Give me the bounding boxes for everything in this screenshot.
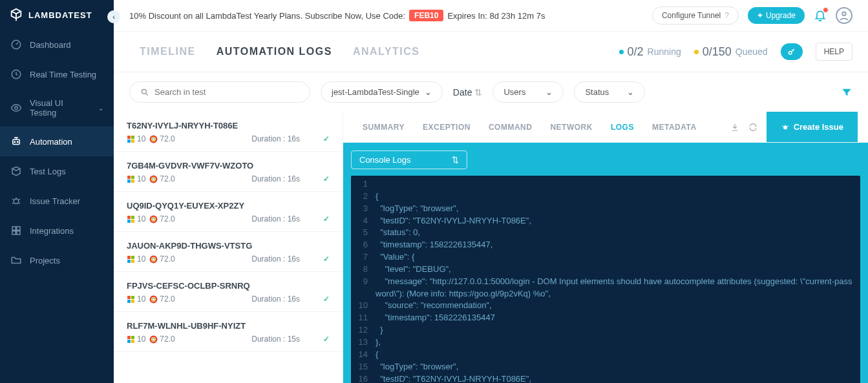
key-icon xyxy=(787,47,796,56)
sidebar-item-automation[interactable]: Automation xyxy=(0,127,114,156)
sidebar-item-dashboard[interactable]: Dashboard xyxy=(0,30,114,59)
tab-automation-logs[interactable]: AUTOMATION LOGS xyxy=(206,32,343,72)
svg-point-12 xyxy=(789,51,792,54)
sort-icon: ⇅ xyxy=(474,87,482,98)
bug-icon xyxy=(10,195,22,207)
test-id: T62NY-IVYLJ-NRYYH-T086E xyxy=(127,121,330,130)
console-line: 13}, xyxy=(351,336,860,349)
code-text: } xyxy=(376,324,391,336)
upgrade-label: Upgrade xyxy=(766,11,796,20)
create-issue-button[interactable]: Create Issue xyxy=(767,112,858,142)
sidebar-item-realtime[interactable]: Real Time Testing xyxy=(0,59,114,89)
sidebar-item-issue[interactable]: Issue Tracker xyxy=(0,186,114,216)
test-item[interactable]: JAUON-AKP9D-THGWS-VTSTG1072.0Duration : … xyxy=(114,232,343,272)
test-list[interactable]: T62NY-IVYLJ-NRYYH-T086E1072.0Duration : … xyxy=(114,112,343,383)
line-number: 3 xyxy=(351,203,376,215)
user-avatar[interactable] xyxy=(836,7,852,24)
line-number: 15 xyxy=(351,361,376,373)
svg-rect-22 xyxy=(127,176,131,179)
svg-point-53 xyxy=(153,298,154,300)
test-item[interactable]: UQ9ID-QYQ1Y-EUYEX-XP2ZY1072.0Duration : … xyxy=(114,192,343,232)
updown-icon: ⇅ xyxy=(452,155,459,165)
sidebar-item-visual[interactable]: Visual UI Testing ⌄ xyxy=(0,89,114,127)
tab-analytics[interactable]: ANALYTICS xyxy=(343,32,430,72)
running-label: Running xyxy=(648,47,681,57)
search-icon xyxy=(140,88,149,97)
test-item[interactable]: FPJVS-CEFSC-OCLBP-SRNRQ1072.0Duration : … xyxy=(114,272,343,312)
suite-select[interactable]: jest-LambdaTest-Single ⌄ xyxy=(321,81,443,103)
detail-tab-logs[interactable]: LOGS xyxy=(602,112,643,142)
collapse-sidebar-button[interactable]: ‹ xyxy=(107,10,120,23)
download-button[interactable] xyxy=(730,123,739,132)
chevron-down-icon: ⌄ xyxy=(627,87,634,97)
console-line: 2{ xyxy=(351,191,860,203)
test-item[interactable]: 7GB4M-GVDVR-VWF7V-WZOTO1072.0Duration : … xyxy=(114,152,343,192)
svg-rect-9 xyxy=(12,231,16,234)
console-output[interactable]: 12{3 "logType": "browser",4 "testID": "T… xyxy=(351,176,860,383)
test-meta: 1072.0Duration : 16s✓ xyxy=(127,134,330,143)
line-number: 5 xyxy=(351,227,376,239)
line-number: 14 xyxy=(351,349,376,361)
chrome-icon: 72.0 xyxy=(149,214,175,223)
status-select[interactable]: Status ⌄ xyxy=(574,81,645,103)
checkmark-icon: ✓ xyxy=(323,134,330,143)
chrome-icon: 72.0 xyxy=(149,174,175,183)
log-type-select[interactable]: Console Logs ⇅ xyxy=(351,150,467,169)
test-id: RLF7M-WLNHL-UB9HF-NYIZT xyxy=(127,321,330,331)
detail-tab-metadata[interactable]: METADATA xyxy=(643,112,706,142)
test-item[interactable]: RLF7M-WLNHL-UB9HF-NYIZT1072.0Duration : … xyxy=(114,312,343,352)
queued-stat: 0/150 Queued xyxy=(694,45,768,59)
svg-point-6 xyxy=(14,199,19,204)
svg-rect-40 xyxy=(127,260,131,263)
tab-timeline[interactable]: TIMELINE xyxy=(129,32,206,72)
svg-point-61 xyxy=(153,338,154,340)
code-text xyxy=(376,178,383,191)
help-button[interactable]: HELP xyxy=(816,43,852,61)
svg-rect-57 xyxy=(131,340,134,343)
detail-tab-network[interactable]: NETWORK xyxy=(541,112,602,142)
svg-rect-54 xyxy=(127,336,131,339)
line-number: 7 xyxy=(351,251,376,264)
funnel-icon xyxy=(841,87,852,98)
svg-rect-23 xyxy=(131,176,134,179)
detail-tab-exception[interactable]: EXCEPTION xyxy=(414,112,480,142)
svg-rect-8 xyxy=(17,227,20,230)
sidebar-item-testlogs[interactable]: Test Logs xyxy=(0,156,114,186)
sidebar-item-label: Test Logs xyxy=(30,167,66,176)
users-select[interactable]: Users ⌄ xyxy=(492,81,564,103)
detail-tab-summary[interactable]: SUMMARY xyxy=(354,112,414,142)
detail-tab-command[interactable]: COMMAND xyxy=(480,112,542,142)
svg-rect-32 xyxy=(127,220,131,223)
date-filter[interactable]: Date ⇅ xyxy=(453,87,483,98)
folder-icon xyxy=(10,254,22,266)
windows-icon: 10 xyxy=(127,174,145,183)
windows-icon: 10 xyxy=(127,214,145,223)
access-key-button[interactable] xyxy=(781,43,803,60)
configure-tunnel-button[interactable]: Configure Tunnel ? xyxy=(652,6,739,25)
filter-button[interactable] xyxy=(841,87,852,98)
os-version: 10 xyxy=(137,254,145,264)
line-number: 11 xyxy=(351,312,376,324)
code-text: "source": "recommendation", xyxy=(376,300,500,312)
search-input[interactable] xyxy=(154,87,299,97)
windows-icon: 10 xyxy=(127,134,145,143)
test-id: 7GB4M-GVDVR-VWF7V-WZOTO xyxy=(127,161,330,171)
svg-rect-16 xyxy=(127,140,131,143)
sidebar-item-projects[interactable]: Projects xyxy=(0,245,114,275)
upgrade-button[interactable]: ✦ Upgrade xyxy=(748,7,805,24)
eye-icon xyxy=(10,102,22,114)
svg-rect-49 xyxy=(131,300,134,303)
refresh-button[interactable] xyxy=(748,123,757,132)
sidebar-item-integrations[interactable]: Integrations xyxy=(0,216,114,245)
svg-point-4 xyxy=(14,141,16,143)
svg-rect-47 xyxy=(131,296,134,299)
console-line: 14{ xyxy=(351,349,860,361)
users-value: Users xyxy=(503,87,525,97)
svg-point-29 xyxy=(153,178,154,180)
search-input-wrapper[interactable] xyxy=(129,81,310,103)
filter-bar: jest-LambdaTest-Single ⌄ Date ⇅ Users ⌄ … xyxy=(114,72,868,112)
notifications-button[interactable] xyxy=(814,9,827,22)
code-text: "message": "http://127.0.0.1:5000/login … xyxy=(376,276,860,300)
test-item[interactable]: T62NY-IVYLJ-NRYYH-T086E1072.0Duration : … xyxy=(114,112,343,152)
windows-icon: 10 xyxy=(127,254,145,264)
